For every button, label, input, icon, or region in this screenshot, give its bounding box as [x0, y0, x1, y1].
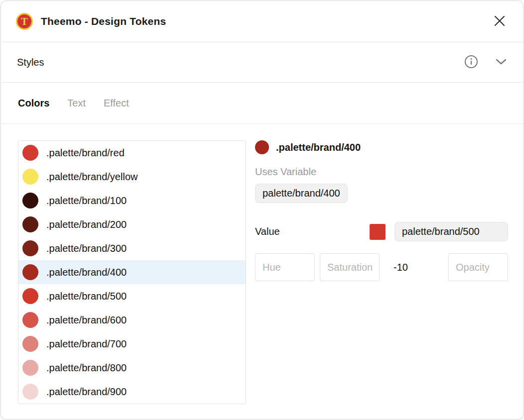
color-name: .palette/brand/300 [46, 243, 127, 254]
color-name: .palette/brand/700 [46, 338, 127, 350]
color-list-item[interactable]: .palette/brand/900 [18, 380, 246, 404]
color-name: .palette/brand/100 [46, 195, 127, 207]
uses-variable-label: Uses Variable [255, 166, 508, 178]
color-swatch [22, 336, 38, 352]
color-list-item[interactable]: .palette/brand/red [18, 141, 246, 165]
chevron-down-icon [495, 58, 507, 67]
color-swatch [22, 169, 38, 185]
color-swatch [22, 193, 38, 209]
selected-style-swatch [255, 140, 269, 154]
transforms-row: -10 [255, 253, 508, 281]
color-swatch [22, 240, 38, 256]
info-button[interactable] [464, 55, 478, 70]
logo-letter: T [21, 16, 27, 26]
color-swatch [22, 360, 38, 376]
content-area: .palette/brand/red .palette/brand/yellow… [1, 124, 523, 404]
color-list-item[interactable]: .palette/brand/100 [18, 189, 246, 212]
color-list: .palette/brand/red .palette/brand/yellow… [18, 140, 246, 404]
color-name: .palette/brand/500 [46, 291, 127, 302]
color-list-item[interactable]: .palette/brand/600 [18, 308, 246, 332]
color-name: .palette/brand/900 [46, 386, 127, 398]
color-name: .palette/brand/200 [46, 219, 127, 230]
color-list-item[interactable]: .palette/brand/200 [18, 212, 246, 236]
color-list-item[interactable]: .palette/brand/700 [18, 332, 246, 356]
styles-actions [464, 55, 507, 70]
theemo-logo-icon: T [16, 13, 33, 30]
close-button[interactable] [491, 13, 508, 30]
value-row: Value palette/brand/500 [255, 222, 508, 241]
tab-text[interactable]: Text [67, 98, 86, 109]
window-title: Theemo - Design Tokens [41, 15, 166, 27]
info-icon [464, 55, 478, 70]
color-list-item[interactable]: .palette/brand/yellow [18, 165, 246, 189]
style-detail-panel: .palette/brand/400 Uses Variable palette… [255, 140, 508, 404]
variable-chip[interactable]: palette/brand/400 [255, 184, 348, 203]
selected-style-name: .palette/brand/400 [276, 142, 361, 153]
color-swatch [22, 145, 38, 161]
styles-section-header: Styles [1, 42, 523, 83]
color-swatch [22, 312, 38, 328]
color-list-item[interactable]: .palette/brand/300 [18, 236, 246, 260]
value-variable-chip[interactable]: palette/brand/500 [394, 222, 508, 241]
collapse-button[interactable] [495, 58, 507, 67]
style-type-tabs: Colors Text Effect [1, 83, 523, 124]
color-swatch [22, 264, 38, 280]
detail-header: .palette/brand/400 [255, 140, 508, 154]
color-list-item[interactable]: .palette/brand/400 [18, 260, 246, 284]
opacity-input[interactable] [448, 253, 508, 281]
tab-colors[interactable]: Colors [18, 98, 49, 109]
color-swatch [22, 288, 38, 304]
lightness-value[interactable]: -10 [380, 262, 448, 273]
saturation-input[interactable] [320, 253, 380, 281]
color-list-item[interactable]: .palette/brand/800 [18, 356, 246, 380]
hue-input[interactable] [255, 253, 315, 281]
window-header: T Theemo - Design Tokens [1, 1, 523, 42]
close-icon [492, 13, 507, 30]
color-swatch [22, 216, 38, 232]
color-name: .palette/brand/red [46, 147, 125, 159]
color-name: .palette/brand/800 [46, 362, 127, 374]
styles-section-title: Styles [17, 57, 44, 68]
plugin-window: T Theemo - Design Tokens Styles Co [0, 0, 524, 420]
tab-effect[interactable]: Effect [104, 98, 129, 109]
color-name: .palette/brand/yellow [46, 171, 137, 183]
color-name: .palette/brand/600 [46, 315, 127, 326]
color-swatch [22, 384, 38, 400]
value-label: Value [255, 226, 370, 237]
color-list-item[interactable]: .palette/brand/500 [18, 284, 246, 308]
color-name: .palette/brand/400 [46, 267, 127, 278]
value-color-swatch [370, 224, 386, 240]
